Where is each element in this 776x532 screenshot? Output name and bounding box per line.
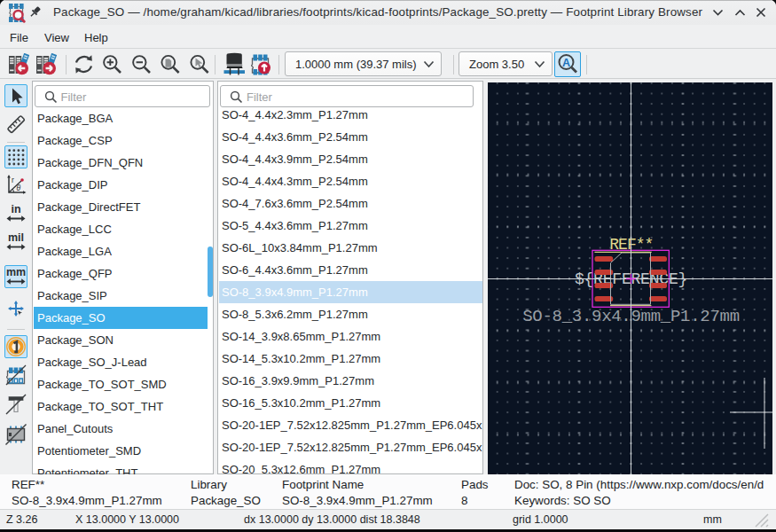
svg-text:A: A	[562, 57, 570, 69]
svg-text:mm: mm	[6, 266, 26, 278]
svg-text:r: r	[12, 176, 14, 184]
svg-text:mil: mil	[8, 231, 24, 244]
svg-text:θ: θ	[17, 184, 21, 192]
svg-text:in: in	[11, 203, 20, 215]
